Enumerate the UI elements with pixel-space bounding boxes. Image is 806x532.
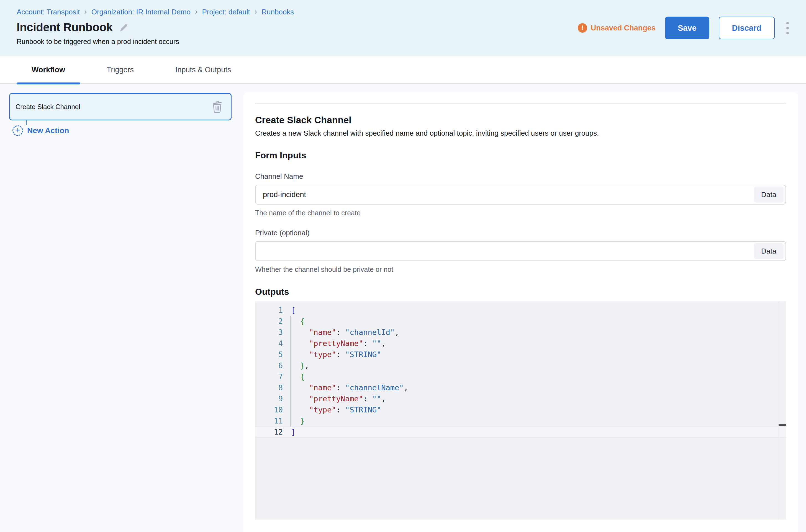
code-token-key: "name" [309, 328, 336, 337]
action-card-create-slack-channel[interactable]: Create Slack Channel [9, 93, 232, 120]
page-header: Account: Transposit › Organization: IR I… [0, 0, 806, 56]
code-token-pun: , [395, 328, 399, 337]
code-whitespace [368, 395, 372, 403]
pencil-icon [119, 22, 129, 32]
channel-name-input-wrap: Data [255, 185, 786, 205]
code-whitespace [291, 372, 300, 381]
code-line[interactable]: } [255, 416, 786, 426]
code-line[interactable]: { [255, 371, 786, 382]
code-token-obj: { [300, 317, 305, 325]
code-line[interactable]: { [255, 316, 786, 327]
code-token-obj: { [300, 372, 305, 381]
code-token-pun: : [336, 405, 341, 414]
code-line[interactable]: "name": "channelName", [255, 382, 786, 393]
delete-action-button[interactable] [211, 100, 223, 113]
line-number: 9 [255, 393, 283, 404]
content-area: Create Slack Channel [0, 84, 806, 532]
code-whitespace [341, 350, 345, 359]
code-line[interactable]: "name": "channelId", [255, 327, 786, 338]
code-line[interactable]: ] [255, 426, 786, 438]
private-label: Private (optional) [255, 229, 786, 237]
tab-inputs-outputs[interactable]: Inputs & Outputs [160, 56, 246, 84]
chevron-right-icon: › [84, 8, 87, 16]
unsaved-changes-label: Unsaved Changes [591, 24, 656, 32]
breadcrumb-project-link[interactable]: Project: default [202, 8, 250, 16]
editor-scrollbar-thumb[interactable] [778, 424, 786, 426]
new-action-label: New Action [27, 126, 69, 135]
line-number: 10 [255, 404, 283, 416]
code-token-pun: , [381, 395, 386, 403]
code-whitespace [291, 328, 309, 337]
form-inputs-heading: Form Inputs [255, 150, 786, 160]
code-token-str: "" [372, 395, 381, 403]
editor-gutter: 123456789101112 [255, 305, 283, 438]
line-number: 2 [255, 316, 283, 327]
code-whitespace [291, 417, 300, 425]
breadcrumb-runbooks-link[interactable]: Runbooks [261, 8, 294, 16]
line-number: 3 [255, 327, 283, 338]
line-number: 6 [255, 360, 283, 371]
action-description: Creates a new Slack channel with specifi… [255, 129, 786, 137]
line-number: 7 [255, 371, 283, 382]
code-whitespace [341, 383, 345, 392]
private-input[interactable] [256, 242, 754, 261]
code-whitespace [291, 405, 309, 414]
code-whitespace [341, 405, 345, 414]
code-token-pun: , [381, 339, 386, 348]
header-actions: ! Unsaved Changes Save Discard [578, 17, 790, 39]
private-input-wrap: Data [255, 241, 786, 261]
edit-title-button[interactable] [119, 22, 129, 32]
new-action-button[interactable]: + New Action [13, 126, 69, 136]
channel-name-data-button[interactable]: Data [754, 187, 784, 203]
private-data-button[interactable]: Data [754, 243, 784, 259]
trash-icon [211, 100, 223, 113]
more-options-button[interactable] [785, 20, 790, 36]
breadcrumb-organization-link[interactable]: Organization: IR Internal Demo [91, 8, 190, 16]
code-token-str: "channelId" [345, 328, 395, 337]
code-whitespace [291, 383, 309, 392]
line-number: 4 [255, 338, 283, 349]
page-title: Incident Runbook [17, 21, 113, 34]
code-token-pun: : [336, 383, 341, 392]
breadcrumb-account-link[interactable]: Account: Transposit [17, 8, 80, 16]
code-line[interactable]: }, [255, 360, 786, 371]
code-token-obj: } [300, 417, 305, 425]
workflow-panel: Create Slack Channel [0, 84, 243, 532]
code-line[interactable]: [ [255, 305, 786, 316]
code-token-pun: : [363, 339, 368, 348]
private-helper: Whether the channel should be private or… [255, 265, 786, 273]
channel-name-input[interactable] [256, 185, 754, 204]
tab-workflow[interactable]: Workflow [17, 56, 80, 84]
code-line[interactable]: "prettyName": "", [255, 393, 786, 404]
tab-bar: Workflow Triggers Inputs & Outputs [0, 56, 806, 84]
code-token-str: "STRING" [345, 350, 381, 359]
code-token-key: "type" [309, 350, 336, 359]
action-detail-panel: Create Slack Channel Creates a new Slack… [243, 92, 798, 532]
chevron-right-icon: › [255, 8, 257, 16]
line-number: 8 [255, 382, 283, 393]
line-number: 5 [255, 349, 283, 360]
outputs-code-editor[interactable]: 123456789101112 [ { "name": "channelId",… [255, 301, 786, 519]
indent-guide-line [290, 316, 291, 426]
line-number: 1 [255, 305, 283, 316]
code-token-pun: , [404, 383, 408, 392]
code-token-key: "type" [309, 405, 336, 414]
discard-button[interactable]: Discard [719, 17, 775, 39]
tab-triggers[interactable]: Triggers [92, 56, 149, 84]
code-token-pun: : [363, 395, 368, 403]
runbook-editor-page: Account: Transposit › Organization: IR I… [0, 0, 806, 532]
code-line[interactable]: "type": "STRING" [255, 404, 786, 416]
editor-code: [ { "name": "channelId", "prettyName": "… [255, 301, 786, 438]
unsaved-changes-badge: ! Unsaved Changes [578, 23, 656, 33]
code-line[interactable]: "prettyName": "", [255, 338, 786, 349]
alert-circle-icon: ! [578, 23, 587, 33]
code-token-str: "" [372, 339, 381, 348]
save-button[interactable]: Save [665, 17, 709, 39]
code-whitespace [291, 395, 309, 403]
code-token-pun: , [305, 361, 309, 370]
code-token-key: "prettyName" [309, 339, 363, 348]
code-line[interactable]: "type": "STRING" [255, 349, 786, 360]
chevron-right-icon: › [195, 8, 198, 16]
code-token-obj: } [300, 361, 305, 370]
action-title: Create Slack Channel [255, 115, 786, 126]
